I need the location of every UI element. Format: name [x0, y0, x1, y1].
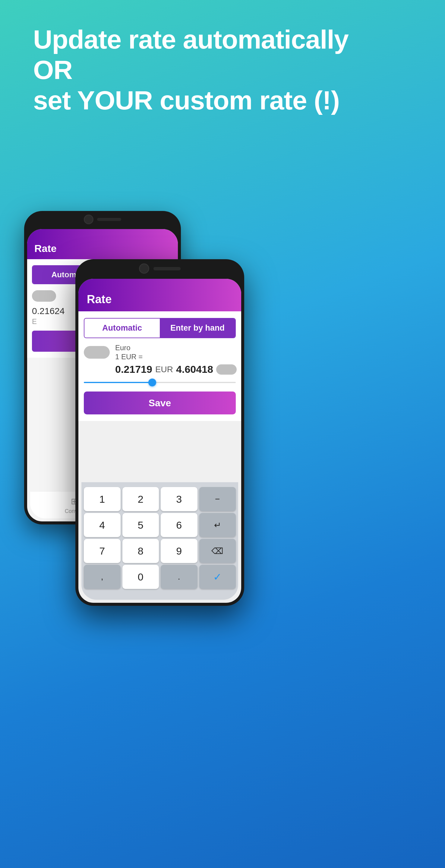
phone-back-notch: [84, 215, 121, 224]
key-period[interactable]: .: [161, 565, 198, 589]
key-8[interactable]: 8: [122, 539, 159, 563]
phone-front-slider[interactable]: [84, 379, 236, 386]
phone-front-content: Automatic Enter by hand Euro 1 EUR = 0.2…: [79, 311, 241, 421]
phone-back-camera: [84, 215, 93, 224]
key-5[interactable]: 5: [122, 513, 159, 537]
keyboard: 1 2 3 − 4 5 6 ↵ 7 8 9 ⌫ , 0 . ✓: [81, 482, 238, 600]
phone-front-slider-fill: [84, 382, 152, 383]
phone-front-rate-section: Euro 1 EUR = 0.21719 EUR 4.60418: [84, 344, 236, 375]
key-6[interactable]: 6: [161, 513, 198, 537]
phone-front-euro-eq: 1 EUR =: [115, 352, 237, 361]
phone-front-header-title: Rate: [87, 293, 112, 306]
phone-front-screen: Rate Automatic Enter by hand Euro 1 EUR …: [79, 279, 241, 603]
key-backspace[interactable]: ⌫: [199, 539, 236, 563]
key-0[interactable]: 0: [122, 565, 159, 589]
phone-front-rate-converted: 4.60418: [176, 364, 213, 375]
keyboard-row-1: 1 2 3 −: [84, 487, 236, 511]
phone-front: Rate Automatic Enter by hand Euro 1 EUR …: [76, 259, 244, 606]
phone-front-euro-title: Euro: [115, 344, 237, 352]
phone-front-speaker: [153, 267, 181, 270]
keyboard-row-4: , 0 . ✓: [84, 565, 236, 589]
phone-front-slider-thumb[interactable]: [148, 378, 156, 386]
phone-back-header: Rate: [27, 229, 178, 259]
keyboard-row-2: 4 5 6 ↵: [84, 513, 236, 537]
key-2[interactable]: 2: [122, 487, 159, 511]
key-7[interactable]: 7: [84, 539, 121, 563]
key-3[interactable]: 3: [161, 487, 198, 511]
phone-front-euro-info: Euro 1 EUR = 0.21719 EUR 4.60418: [115, 344, 237, 375]
phone-front-slider-track: [84, 382, 236, 383]
phone-front-rate-currency: EUR: [155, 365, 173, 374]
phone-front-camera: [139, 264, 149, 274]
key-4[interactable]: 4: [84, 513, 121, 537]
phone-front-tab-enter[interactable]: Enter by hand: [160, 318, 235, 338]
phone-front-toggle[interactable]: [84, 346, 110, 359]
key-minus[interactable]: −: [199, 487, 236, 511]
key-9[interactable]: 9: [161, 539, 198, 563]
phone-back-header-title: Rate: [34, 243, 57, 254]
phone-front-rate-numbers: 0.21719 EUR 4.60418: [115, 364, 237, 375]
headline: Update rate automatically OR set YOUR cu…: [33, 24, 412, 116]
phone-front-tab-automatic[interactable]: Automatic: [84, 318, 160, 338]
phone-back-speaker: [97, 218, 121, 221]
key-1[interactable]: 1: [84, 487, 121, 511]
phone-front-toggle-small[interactable]: [216, 364, 237, 375]
headline-line2: OR: [33, 55, 72, 85]
headline-line1: Update rate automatically: [33, 24, 349, 54]
phone-front-tab-row: Automatic Enter by hand: [84, 318, 236, 338]
phone-front-rate-val: 0.21719: [115, 364, 152, 375]
phone-back-toggle[interactable]: [32, 290, 56, 302]
key-return[interactable]: ↵: [199, 513, 236, 537]
phone-front-save-button[interactable]: Save: [84, 392, 236, 414]
phone-front-notch: [139, 264, 181, 274]
keyboard-row-3: 7 8 9 ⌫: [84, 539, 236, 563]
phone-front-header: Rate: [79, 279, 241, 311]
key-comma[interactable]: ,: [84, 565, 121, 589]
headline-line3: set YOUR custom rate (!): [33, 85, 339, 115]
key-check[interactable]: ✓: [199, 565, 236, 589]
